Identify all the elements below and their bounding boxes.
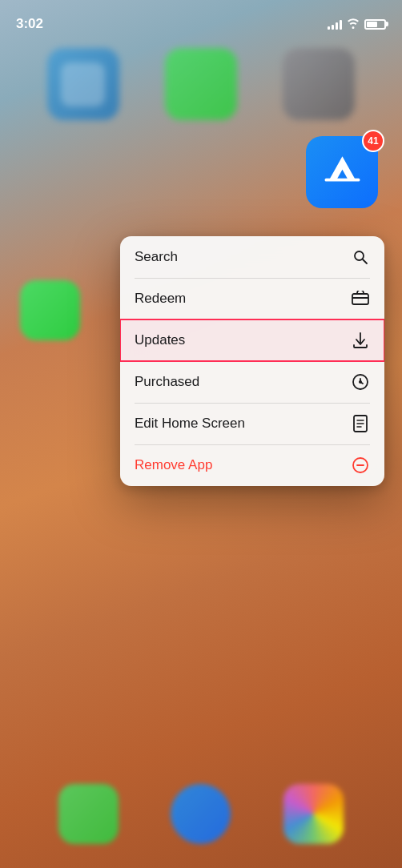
app-icon-gray — [283, 48, 355, 120]
status-time: 3:02 — [16, 16, 43, 32]
menu-item-edit-home-screen-label: Edit Home Screen — [135, 416, 245, 432]
menu-item-search[interactable]: Search — [120, 236, 384, 278]
home-icons-top — [0, 48, 402, 120]
menu-item-purchased-label: Purchased — [135, 374, 199, 390]
search-icon — [351, 247, 370, 267]
signal-bar-4 — [340, 20, 342, 30]
signal-bar-2 — [332, 25, 334, 30]
signal-bar-3 — [336, 22, 338, 30]
battery-fill — [367, 22, 377, 27]
remove-icon — [351, 456, 370, 475]
redeem-icon — [351, 289, 370, 308]
dock-phone-icon — [58, 784, 119, 844]
dock-photos-icon — [283, 784, 344, 844]
menu-item-purchased[interactable]: Purchased — [120, 361, 384, 403]
menu-item-search-label: Search — [135, 249, 178, 265]
notification-badge: 41 — [362, 130, 384, 152]
dock — [0, 784, 402, 844]
edit-home-icon — [351, 414, 370, 433]
status-bar: 3:02 — [0, 0, 402, 38]
menu-item-updates[interactable]: Updates — [120, 319, 384, 361]
signal-bar-1 — [328, 26, 330, 30]
menu-item-redeem-label: Redeem — [135, 291, 186, 307]
folder-icon — [47, 48, 119, 120]
left-green-icon — [20, 280, 80, 340]
menu-item-redeem[interactable]: Redeem — [120, 278, 384, 319]
menu-item-remove-app-label: Remove App — [135, 457, 212, 473]
purchased-icon — [351, 372, 370, 392]
battery-icon — [364, 19, 386, 30]
signal-bars-icon — [328, 18, 342, 30]
svg-rect-2 — [352, 294, 368, 304]
messages-icon — [165, 48, 237, 120]
wifi-icon — [347, 18, 360, 31]
appstore-icon[interactable]: 41 — [306, 136, 378, 208]
appstore-icon-wrap[interactable]: 41 — [306, 136, 378, 208]
status-icons — [328, 18, 386, 31]
context-menu: Search Redeem Updates P — [120, 236, 384, 486]
dock-safari-icon — [171, 784, 231, 844]
svg-line-1 — [363, 259, 367, 263]
menu-item-remove-app[interactable]: Remove App — [120, 444, 384, 486]
menu-item-updates-label: Updates — [135, 332, 185, 348]
menu-item-edit-home-screen[interactable]: Edit Home Screen — [120, 403, 384, 444]
svg-point-5 — [359, 380, 362, 384]
svg-point-0 — [355, 251, 364, 260]
updates-icon — [351, 331, 370, 350]
